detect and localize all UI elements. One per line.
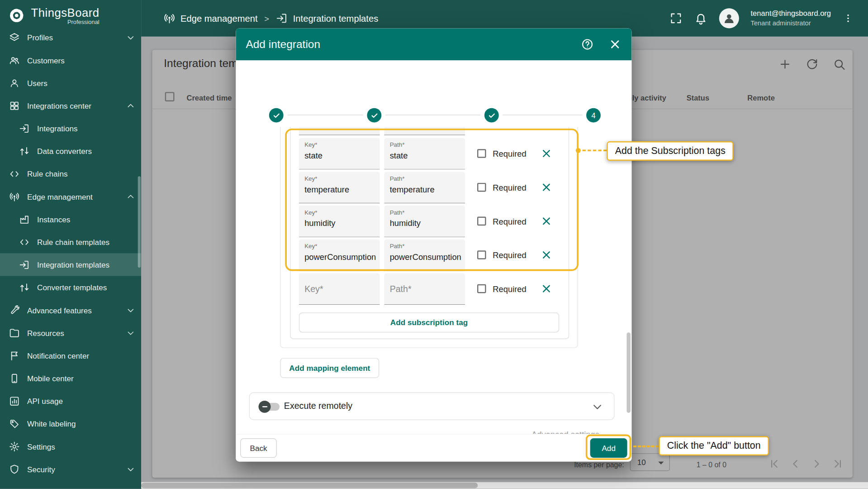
subscription-tag-row: Key* humidity Path* humidity Required <box>299 206 554 237</box>
sidebar-item-edge-management[interactable]: Edge management <box>0 185 141 208</box>
required-checkbox[interactable] <box>477 284 486 293</box>
sidebar-item-customers[interactable]: Customers <box>0 49 141 72</box>
sidebar-item-mobile-center[interactable]: Mobile center <box>0 367 141 389</box>
add-mapping-element-button[interactable]: Add mapping element <box>280 358 379 378</box>
folder-icon <box>9 327 20 338</box>
key-field[interactable]: Key* humidity <box>299 206 380 237</box>
sidebar-item-notification-center[interactable]: Notification center <box>0 344 141 367</box>
sidebar-item-settings[interactable]: Settings <box>0 435 141 458</box>
sidebar-item-api-usage[interactable]: API usage <box>0 389 141 412</box>
integration-icon <box>19 259 30 270</box>
path-field[interactable]: Path* <box>384 273 465 305</box>
cropped-field <box>384 127 465 135</box>
key-field[interactable]: Key* <box>299 273 380 305</box>
swap-icon <box>19 282 30 292</box>
delete-row-icon[interactable] <box>541 148 553 160</box>
subscription-tag-row: Key* Path* Required <box>299 273 554 305</box>
integration-icon <box>276 12 288 24</box>
integration-icon <box>19 123 30 134</box>
horizontal-scrollbar[interactable] <box>141 482 868 489</box>
delete-row-icon[interactable] <box>541 283 553 295</box>
chevron-down-icon[interactable] <box>591 400 604 413</box>
avatar-person-icon <box>722 11 736 25</box>
annotation-connector <box>633 446 659 447</box>
person-icon <box>9 77 20 88</box>
chevron-up-icon <box>126 192 136 201</box>
execute-remotely-toggle[interactable] <box>259 401 281 413</box>
required-checkbox[interactable] <box>477 250 486 259</box>
chevron-down-icon <box>126 305 136 315</box>
dialog-header: Add integration <box>236 28 631 60</box>
path-field[interactable]: Path* humidity <box>384 206 465 237</box>
add-subscription-tag-button[interactable]: Add subscription tag <box>299 312 559 332</box>
execute-remotely-label: Execute remotely <box>284 401 352 411</box>
step-check-icon <box>269 108 284 123</box>
key-field[interactable]: Key* temperature <box>299 172 380 203</box>
cropped-field <box>299 127 380 135</box>
topbar-actions: tenant@thingsboard.org Tenant administra… <box>669 0 854 37</box>
chevron-down-icon <box>126 33 136 43</box>
app-logo[interactable]: ThingsBoard Professional <box>0 0 141 30</box>
required-checkbox[interactable] <box>477 183 486 192</box>
brand-name: ThingsBoard <box>31 6 100 19</box>
user-role: Tenant administrator <box>751 19 831 27</box>
horizontal-scrollbar-thumb[interactable] <box>141 483 478 488</box>
user-info: tenant@thingsboard.org Tenant administra… <box>751 10 831 27</box>
flag-icon <box>9 350 20 361</box>
step-number: 4 <box>586 108 601 123</box>
dialog-body: Key* state Path* state Required Key* tem… <box>236 127 631 434</box>
fullscreen-icon[interactable] <box>669 12 683 25</box>
sidebar-item-converter-templates[interactable]: Converter templates <box>0 276 141 299</box>
brand-edition: Professional <box>67 18 100 25</box>
required-label: Required <box>493 217 526 226</box>
delete-row-icon[interactable] <box>541 181 553 193</box>
breadcrumb-integration-templates[interactable]: Integration templates <box>293 13 379 24</box>
sidebar-item-resources[interactable]: Resources <box>0 321 141 344</box>
subscription-tag-row: Key* temperature Path* temperature Requi… <box>299 172 554 203</box>
sidebar-item-security[interactable]: Security <box>0 458 141 480</box>
close-icon[interactable] <box>608 38 621 51</box>
sidebar-item-advanced-features[interactable]: Advanced features <box>0 299 141 321</box>
chart-icon <box>9 395 20 406</box>
user-avatar[interactable] <box>719 8 739 28</box>
sidebar-item-white-labeling[interactable]: White labeling <box>0 412 141 435</box>
sidebar-item-integrations[interactable]: Integrations <box>0 117 141 139</box>
wizard-stepper: Basic settings OPC-UA Uplink data conver… <box>236 60 631 127</box>
category-icon <box>9 100 20 111</box>
path-field[interactable]: Path* temperature <box>384 172 465 203</box>
help-icon[interactable] <box>581 38 594 51</box>
antenna-icon <box>9 191 20 202</box>
chevron-up-icon <box>126 101 136 110</box>
sidebar-item-users[interactable]: Users <box>0 72 141 94</box>
sidebar-item-rule-chains[interactable]: Rule chains <box>0 163 141 185</box>
annotation-subscription-tags: Add the Subscription tags <box>607 141 734 161</box>
sidebar-scrollbar[interactable] <box>138 176 141 268</box>
delete-row-icon[interactable] <box>541 249 553 261</box>
execute-remotely-section[interactable]: Execute remotely <box>249 393 615 420</box>
account-menu-kebab-icon[interactable] <box>843 12 854 25</box>
sidebar-item-rule-chain-templates[interactable]: Rule chain templates <box>0 230 141 253</box>
breadcrumb: Edge management > Integration templates <box>141 12 378 24</box>
chevron-down-icon <box>126 464 136 474</box>
add-button[interactable]: Add <box>590 438 627 458</box>
required-checkbox[interactable] <box>477 217 486 226</box>
key-field[interactable]: Key* state <box>299 138 380 170</box>
dialog-scrollbar[interactable] <box>626 332 631 412</box>
sidebar-item-data-converters[interactable]: Data converters <box>0 139 141 162</box>
thingsboard-app: Profiles Customers Users Integrations ce… <box>0 0 868 489</box>
back-button[interactable]: Back <box>240 438 277 458</box>
dialog-title: Add integration <box>246 38 566 51</box>
sidebar-item-integrations-center[interactable]: Integrations center <box>0 94 141 117</box>
delete-row-icon[interactable] <box>541 215 553 227</box>
path-field[interactable]: Path* state <box>384 138 465 170</box>
sidebar-item-instances[interactable]: Instances <box>0 208 141 230</box>
sidebar-item-integration-templates[interactable]: Integration templates <box>0 253 141 276</box>
step-check-icon <box>484 108 499 123</box>
phone-icon <box>9 373 20 384</box>
key-field[interactable]: Key* powerConsumption <box>299 240 380 271</box>
notifications-bell-icon[interactable] <box>694 12 707 25</box>
sidebar: Profiles Customers Users Integrations ce… <box>0 0 141 489</box>
path-field[interactable]: Path* powerConsumption <box>384 240 465 271</box>
required-checkbox[interactable] <box>477 149 486 158</box>
breadcrumb-edge-management[interactable]: Edge management <box>180 13 258 24</box>
